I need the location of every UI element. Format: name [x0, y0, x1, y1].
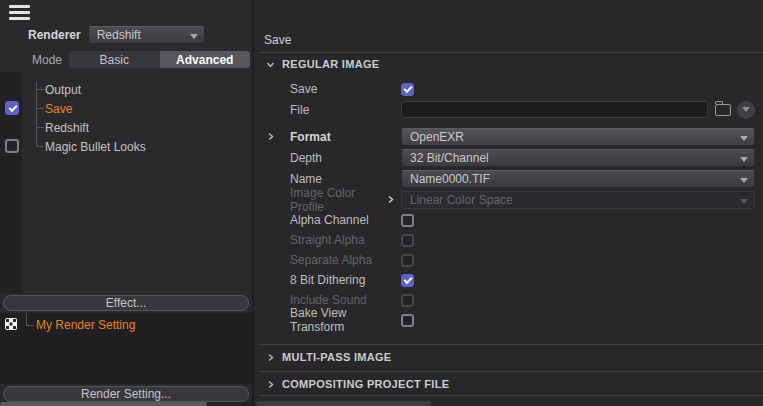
detail-panel: Save REGULAR IMAGE Save File	[254, 0, 763, 406]
chevron-down-icon	[740, 178, 748, 183]
tree-elbow-line	[26, 313, 34, 326]
left-panel: Renderer Redshift Mode Basic Advanced Ou…	[0, 0, 254, 406]
image-color-profile-value: Linear Color Space	[410, 193, 513, 207]
expand-arrow-icon[interactable]	[266, 132, 290, 141]
depth-value: 32 Bit/Channel	[410, 151, 489, 165]
straight-alpha-checkbox	[401, 234, 414, 247]
page-title: Save	[264, 33, 291, 47]
chevron-right-icon	[266, 380, 282, 389]
render-setting-icon	[5, 318, 17, 330]
image-color-profile-select: Linear Color Space	[401, 191, 755, 209]
format-row: Format OpenEXR	[266, 127, 755, 146]
sidebar-item-output[interactable]: Output	[36, 81, 246, 98]
sidebar-item-redshift[interactable]: Redshift	[36, 119, 246, 136]
name-value: Name0000.TIF	[410, 172, 490, 186]
sidebar-item-save[interactable]: Save	[36, 100, 246, 117]
tree-item-label: Redshift	[45, 121, 89, 135]
alpha-channel-checkbox[interactable]	[401, 214, 414, 227]
renderer-select[interactable]: Redshift	[88, 26, 205, 44]
chevron-down-icon	[740, 199, 748, 204]
expand-arrow-icon[interactable]	[386, 195, 395, 204]
mode-tabs: Basic Advanced	[69, 51, 250, 68]
left-horizontal-scrollbar[interactable]	[0, 402, 252, 406]
name-select[interactable]: Name0000.TIF	[401, 170, 755, 188]
mode-label: Mode	[32, 53, 62, 67]
tree-item-label: Output	[45, 83, 81, 97]
tab-basic[interactable]: Basic	[69, 51, 160, 68]
sidebar-item-magic-bullet-looks[interactable]: Magic Bullet Looks	[36, 138, 246, 155]
straight-alpha-row: Straight Alpha	[266, 232, 755, 248]
file-label: File	[290, 103, 401, 117]
bake-view-transform-label: Bake View Transform	[290, 306, 401, 334]
chevron-down-icon	[266, 60, 282, 69]
section-label: COMPOSITING PROJECT FILE	[282, 378, 449, 390]
tab-advanced[interactable]: Advanced	[160, 51, 251, 68]
image-color-profile-row: Image Color Profile Linear Color Space	[266, 190, 755, 209]
render-setting-button[interactable]: Render Setting...	[3, 386, 249, 402]
divider	[258, 344, 763, 345]
straight-alpha-label: Straight Alpha	[290, 233, 401, 247]
divider	[258, 371, 763, 372]
format-select[interactable]: OpenEXR	[401, 128, 755, 146]
tree-item-label: Magic Bullet Looks	[45, 140, 146, 154]
right-horizontal-scrollbar[interactable]	[254, 401, 763, 406]
renderer-row: Renderer Redshift	[28, 26, 205, 44]
depth-row: Depth 32 Bit/Channel	[266, 148, 755, 167]
dithering-checkbox[interactable]	[401, 274, 414, 287]
label-text: Image Color Profile	[290, 186, 386, 214]
scrollbar-thumb[interactable]	[0, 402, 207, 406]
dithering-row: 8 Bit Dithering	[266, 272, 755, 288]
depth-label: Depth	[290, 151, 401, 165]
section-label: MULTI-PASS IMAGE	[282, 351, 392, 363]
save-enable-checkbox[interactable]	[5, 101, 19, 115]
folder-icon[interactable]	[715, 104, 731, 116]
separate-alpha-row: Separate Alpha	[266, 252, 755, 268]
image-color-profile-label: Image Color Profile	[290, 186, 401, 214]
tree-tick	[36, 89, 44, 90]
dithering-label: 8 Bit Dithering	[290, 273, 401, 287]
renderer-label: Renderer	[28, 28, 81, 42]
divider	[258, 395, 763, 396]
alpha-channel-label: Alpha Channel	[290, 213, 401, 227]
section-label: REGULAR IMAGE	[282, 58, 379, 70]
alpha-channel-row: Alpha Channel	[266, 212, 755, 228]
bake-view-transform-row: Bake View Transform	[266, 312, 755, 328]
chevron-down-icon	[740, 157, 748, 162]
divider	[258, 52, 763, 53]
chevron-right-icon	[266, 353, 282, 362]
section-regular-image[interactable]: REGULAR IMAGE	[266, 57, 755, 71]
section-compositing-project-file[interactable]: COMPOSITING PROJECT FILE	[266, 377, 755, 391]
name-label: Name	[290, 172, 401, 186]
save-row: Save	[266, 81, 755, 97]
menu-icon[interactable]	[9, 5, 30, 21]
save-checkbox[interactable]	[401, 83, 414, 96]
save-label: Save	[290, 82, 401, 96]
tree-item-label: Save	[45, 102, 72, 116]
format-label: Format	[290, 130, 401, 144]
section-multi-pass-image[interactable]: MULTI-PASS IMAGE	[266, 350, 755, 364]
include-sound-checkbox	[401, 294, 414, 307]
file-row: File	[266, 100, 755, 119]
scrollbar-thumb[interactable]	[256, 401, 431, 406]
depth-select[interactable]: 32 Bit/Channel	[401, 149, 755, 167]
magic-bullet-enable-checkbox[interactable]	[5, 139, 19, 153]
renderer-value: Redshift	[97, 28, 186, 42]
render-settings-list: My Render Setting	[0, 313, 252, 384]
file-path-input[interactable]	[401, 101, 708, 118]
render-setting-item[interactable]: My Render Setting	[36, 318, 135, 332]
separate-alpha-label: Separate Alpha	[290, 253, 401, 267]
effect-button[interactable]: Effect...	[3, 295, 249, 311]
chevron-down-icon	[740, 136, 748, 141]
bake-view-transform-checkbox[interactable]	[401, 314, 414, 327]
chevron-down-icon	[190, 34, 198, 39]
tree-tick	[36, 146, 44, 147]
format-value: OpenEXR	[410, 130, 464, 144]
tree-tick	[36, 108, 44, 109]
include-sound-label: Include Sound	[290, 293, 401, 307]
mode-row: Mode Basic Advanced	[32, 51, 250, 68]
tree-tick	[36, 127, 44, 128]
chevron-down-icon	[742, 107, 750, 112]
file-options-button[interactable]	[737, 101, 755, 119]
separate-alpha-checkbox	[401, 254, 414, 267]
